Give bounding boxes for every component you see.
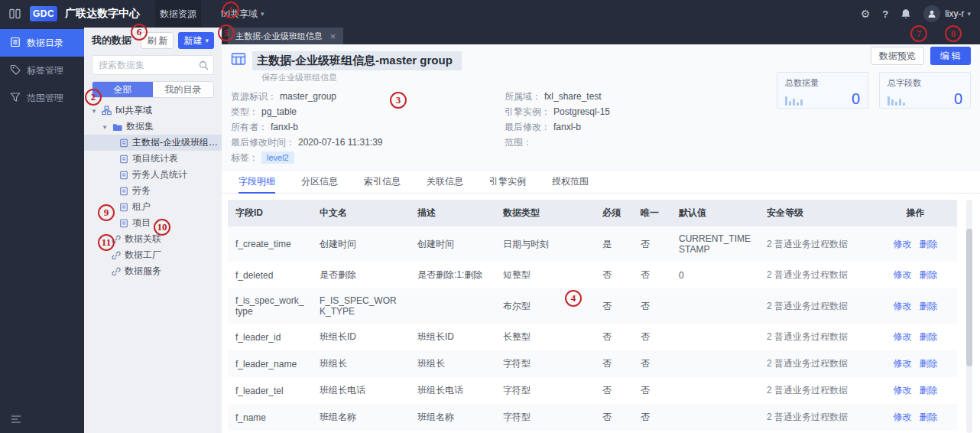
field-tab[interactable]: 关联信息 (427, 171, 463, 194)
scrollbar-thumb[interactable] (966, 229, 972, 366)
help-icon[interactable]: ? (882, 8, 888, 20)
create-button[interactable]: 新建 ▾ (178, 32, 214, 49)
actions-cell: 修改删除 (874, 350, 957, 377)
delete-link[interactable]: 删除 (920, 239, 938, 249)
delete-link[interactable]: 删除 (920, 301, 938, 311)
document-tab-strip: 主数据-企业级班组信息 × (222, 28, 980, 44)
field-table-body: f_create_time创建时间创建时间日期与时刻是否CURRENT_TIME… (228, 226, 957, 433)
sidebar-item-tag-management[interactable]: 标签管理 (0, 57, 84, 84)
delete-link[interactable]: 删除 (920, 385, 938, 396)
nav-data-resource[interactable]: 数据资源 (155, 0, 201, 28)
edit-button[interactable]: 编 辑 (930, 47, 971, 65)
field-cell: 否 (595, 377, 633, 404)
sidebar-item-label: 范围管理 (27, 92, 63, 105)
tree-dataset-item[interactable]: 劳务人员统计 (84, 167, 222, 183)
close-icon[interactable]: × (330, 31, 336, 41)
tree-expand-icon[interactable]: ▾ (90, 107, 98, 115)
tag-icon (10, 64, 21, 77)
edit-link[interactable]: 修改 (894, 239, 912, 249)
field-row: f_deleted是否删除是否删除:1:删除短整型否否02 普通业务过程数据修改… (228, 262, 957, 288)
dataset-search-input[interactable] (92, 55, 214, 75)
chain-link-icon (112, 251, 121, 260)
meta-value: fanxl-b (271, 122, 298, 132)
refresh-button[interactable]: 刷 新 (141, 32, 174, 49)
table-icon (231, 51, 246, 70)
field-cell: 0 (671, 262, 759, 288)
chevron-down-icon: ▾ (205, 37, 209, 44)
field-cell: 否 (633, 226, 671, 262)
tree-dataset-item[interactable]: 租户 (84, 199, 222, 215)
field-tab[interactable]: 授权范围 (552, 171, 589, 194)
field-cell: f_leader_tel (228, 377, 312, 404)
dataset-tree: ▾ fxl共享域 ▾ 数据集 主数据-企业级班组信息项目统计表劳务人员统计劳务租… (84, 103, 222, 279)
meta-value: Postgresql-15 (553, 106, 610, 117)
document-tab[interactable]: 主数据-企业级班组信息 × (228, 28, 343, 44)
sidebar-item-scope-management[interactable]: 范围管理 (0, 84, 84, 112)
field-cell: 日期与时刻 (495, 226, 595, 262)
app-grid-icon[interactable] (9, 8, 21, 19)
delete-link[interactable]: 删除 (920, 412, 938, 422)
segment-all[interactable]: 全部 (92, 82, 153, 97)
field-tab[interactable]: 分区信息 (301, 171, 338, 194)
edit-link[interactable]: 修改 (894, 301, 912, 311)
tree-dataset-item[interactable]: 主数据-企业级班组信息 (84, 135, 222, 151)
avatar[interactable] (923, 5, 940, 22)
data-preview-button[interactable]: 数据预览 (871, 47, 924, 65)
chain-link-icon (112, 267, 121, 276)
field-cell: 2 普通业务过程数据 (759, 404, 874, 431)
edit-link[interactable]: 修改 (894, 331, 912, 342)
field-row: f_leader_id班组长ID班组长ID长整型否否2 普通业务过程数据修改删除 (228, 324, 957, 350)
field-cell: 否 (595, 262, 633, 288)
delete-link[interactable]: 删除 (920, 331, 938, 342)
settings-icon[interactable]: ⚙ (861, 8, 871, 20)
field-cell: 2 普通业务过程数据 (759, 377, 874, 404)
tree-link-item[interactable]: 数据工厂 (84, 247, 222, 263)
field-tab[interactable]: 字段明细 (239, 171, 275, 194)
sidebar-item-data-catalog[interactable]: 数据目录 (0, 29, 84, 57)
tree-link-item[interactable]: 数据服务 (84, 263, 222, 279)
scope-segmented-control: 全部 我的目录 (92, 81, 214, 98)
field-cell (671, 288, 759, 324)
search-icon[interactable] (199, 60, 209, 73)
edit-link[interactable]: 修改 (894, 412, 912, 422)
field-tabs: 字段明细分区信息索引信息关联信息引擎实例授权范围 (222, 171, 980, 194)
field-table-container: 字段ID中文名描述数据类型必须唯一默认值安全等级操作 f_create_time… (222, 194, 980, 433)
nav-domain-dropdown[interactable]: fxl共享域 ▾ (216, 0, 269, 28)
column-header: 默认值 (671, 200, 759, 226)
field-cell: 否 (633, 288, 671, 324)
field-cell: f_leader_name (228, 350, 312, 377)
panel-title: 我的数据 (92, 34, 131, 47)
edit-link[interactable]: 修改 (894, 269, 912, 280)
edit-link[interactable]: 修改 (894, 358, 912, 369)
bell-icon[interactable] (900, 8, 911, 20)
edit-link[interactable]: 修改 (894, 385, 912, 396)
tree-dataset-folder[interactable]: ▾ 数据集 (84, 119, 222, 135)
username[interactable]: lixy-r (945, 8, 964, 19)
tree-dataset-item[interactable]: 劳务 (84, 183, 222, 199)
tree-link-item[interactable]: 数据关联 (84, 231, 222, 247)
field-cell: 2 普通业务过程数据 (759, 350, 874, 377)
delete-link[interactable]: 删除 (920, 269, 938, 280)
field-row: f_name班组名称班组名称字符型否否2 普通业务过程数据修改删除 (228, 404, 957, 431)
field-tab[interactable]: 索引信息 (364, 171, 401, 194)
tree-domain-node[interactable]: ▾ fxl共享域 (84, 103, 222, 119)
field-cell: 字符型 (495, 377, 595, 404)
gdc-logo: GDC (30, 6, 57, 21)
app-title: 广联达数字中心 (65, 7, 140, 21)
dataset-icon (119, 219, 128, 228)
vertical-scrollbar[interactable] (966, 200, 972, 433)
column-header: 描述 (410, 200, 495, 226)
link-label: 数据服务 (125, 265, 161, 278)
field-cell: 否 (595, 350, 633, 377)
meta-value: pg_table (261, 106, 297, 117)
meta-label: 所有者： (231, 122, 268, 132)
tree-dataset-item[interactable]: 项目统计表 (84, 151, 222, 167)
field-table: 字段ID中文名描述数据类型必须唯一默认值安全等级操作 f_create_time… (228, 200, 957, 433)
segment-my-catalog[interactable]: 我的目录 (153, 82, 213, 97)
field-row: f_is_spec_work_typeF_IS_SPEC_WORK_TYPE布尔… (228, 288, 957, 324)
tree-expand-icon[interactable]: ▾ (101, 123, 109, 131)
field-tab[interactable]: 引擎实例 (489, 171, 526, 194)
tree-dataset-item[interactable]: 项目 (84, 215, 222, 231)
collapse-menu-icon[interactable] (11, 413, 21, 427)
delete-link[interactable]: 删除 (920, 358, 938, 369)
